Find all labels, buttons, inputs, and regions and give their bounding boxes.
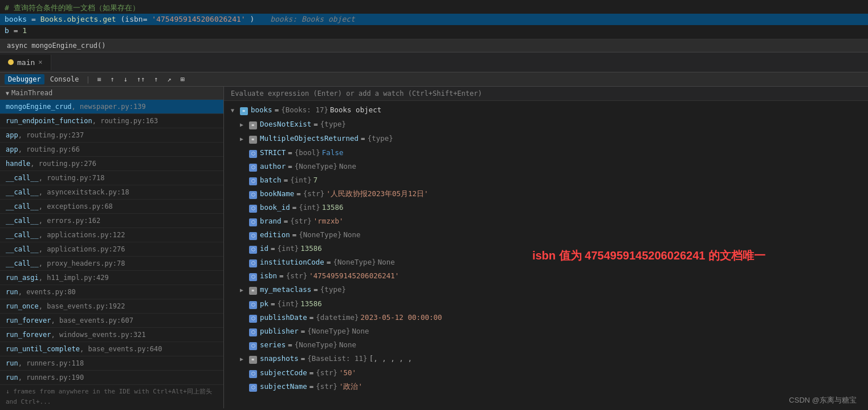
stack-func: __call__ — [6, 217, 39, 225]
stack-item[interactable]: __call__, asyncexitstack.py:18 — [0, 185, 223, 200]
var-item-row[interactable]: ⬡ publishDate = {datetime} 2023-05-12 00… — [224, 311, 868, 324]
stack-func: __call__ — [6, 174, 39, 182]
stack-item[interactable]: app, routing.py:237 — [0, 128, 223, 143]
tab-close-button[interactable]: × — [38, 58, 42, 66]
stack-file: , base_events.py:640 — [80, 345, 162, 353]
type-icon: ⬡ — [249, 246, 257, 254]
stack-item[interactable]: run_once, base_events.py:1922 — [0, 299, 223, 314]
type-icon: ⬡ — [249, 205, 257, 213]
var-root-row[interactable]: ▼ ≡ books = {Books: 17} Books object — [224, 103, 868, 117]
toolbar-btn-6[interactable]: ↗ — [164, 74, 175, 84]
stack-item[interactable]: __call__, applications.py:122 — [0, 228, 223, 242]
code-var-books: books — [5, 15, 27, 23]
stack-item[interactable]: __call__, exceptions.py:68 — [0, 200, 223, 214]
type-icon: ≡ — [249, 287, 257, 295]
stack-func: run_once — [6, 302, 39, 310]
stack-func: run_forever — [6, 316, 51, 324]
var-name: brand — [260, 216, 282, 227]
var-item-row[interactable]: ▶ ≡ snapshots = {BaseList: 11} [, , , , … — [224, 352, 868, 366]
var-value: None — [343, 229, 360, 241]
stack-item[interactable]: run, events.py:80 — [0, 285, 223, 299]
var-name: isbn — [260, 270, 277, 282]
console-tab[interactable]: Console — [47, 74, 83, 84]
toolbar: Debugger Console | ≡ ↑ ↓ ↑↑ ↑ ↗ ⊞ — [0, 72, 868, 87]
stack-item[interactable]: __call__, proxy_headers.py:78 — [0, 257, 223, 271]
stack-func: app — [6, 145, 18, 153]
var-item-row[interactable]: ⬡ brand = {str} 'rmzxb' — [224, 214, 868, 228]
var-type: {str} — [290, 216, 312, 227]
toolbar-btn-5[interactable]: ↑ — [150, 74, 161, 84]
toolbar-btn-3[interactable]: ↓ — [120, 74, 131, 84]
type-icon: ⬡ — [249, 150, 257, 158]
stack-item[interactable]: run_asgi, h11_impl.py:429 — [0, 271, 223, 285]
stack-file: , base_events.py:607 — [51, 316, 133, 324]
stack-file: , routing.py:163 — [92, 117, 158, 125]
stack-item[interactable]: __call__, applications.py:276 — [0, 242, 223, 257]
var-type: {datetime} — [316, 312, 358, 323]
watermark: CSDN @东离与糖宝 — [789, 395, 857, 405]
stack-func: run — [6, 374, 18, 381]
var-item-row[interactable]: ▶ ≡ MultipleObjectsReturned = {type} — [224, 132, 868, 146]
var-item-row[interactable]: ⬡ batch = {int} 7 — [224, 173, 868, 187]
var-item-row[interactable]: ⬡ subjectCode = {str} '50' — [224, 366, 868, 380]
var-item-row[interactable]: ▶ ≡ DoesNotExist = {type} — [224, 117, 868, 132]
main-tab[interactable]: main × — [0, 55, 51, 70]
stack-item[interactable]: run_forever, base_events.py:607 — [0, 314, 223, 328]
stack-item[interactable]: run_forever, windows_events.py:321 — [0, 328, 223, 342]
var-item-row[interactable]: ⬡ STRICT = {bool} False — [224, 146, 868, 160]
var-value: '50' — [339, 367, 356, 379]
var-item-row[interactable]: ⬡ publisher = {NoneType} None — [224, 324, 868, 338]
code-area: # 查询符合条件的唯一文档（如果存在） books = Books.object… — [0, 0, 868, 39]
variables-panel: Evaluate expression (Enter) or add a wat… — [224, 87, 868, 408]
var-name: book_id — [260, 202, 290, 213]
var-value: '政治' — [339, 381, 362, 392]
stack-item[interactable]: __call__, errors.py:162 — [0, 214, 223, 228]
stack-item[interactable]: run, runners.py:118 — [0, 356, 223, 371]
code-line-2: b = 1 — [5, 25, 863, 36]
var-type: {str} — [303, 188, 325, 200]
toolbar-btn-7[interactable]: ⊞ — [177, 74, 188, 84]
var-item-row[interactable]: ⬡ pk = {int} 13586 — [224, 297, 868, 311]
stack-file: , newspaper.py:139 — [72, 103, 146, 111]
var-value: 13586 — [322, 202, 344, 213]
var-type: {NoneType} — [299, 229, 341, 241]
var-name: subjectCode — [260, 367, 307, 379]
db-icon-root: ≡ — [240, 107, 248, 115]
stack-item[interactable]: run, runners.py:190 — [0, 371, 223, 385]
expand-icon-root: ▼ — [231, 105, 238, 116]
var-item-row[interactable]: ⬡ series = {NoneType} None — [224, 338, 868, 352]
toolbar-btn-2[interactable]: ↑ — [107, 74, 117, 84]
var-name: subjectName — [260, 381, 307, 392]
stack-item[interactable]: mongoEngine_crud, newspaper.py:139 — [0, 100, 223, 114]
var-item-row[interactable]: ⬡ bookName = {str} '人民政协报2023年05月12日' — [224, 187, 868, 201]
stack-item[interactable]: run_until_complete, base_events.py:640 — [0, 342, 223, 356]
var-item-row[interactable]: ⬡ subjectName = {str} '政治' — [224, 380, 868, 393]
var-type: {NoneType} — [295, 339, 337, 351]
var-item-row[interactable]: ⬡ author = {NoneType} None — [224, 160, 868, 173]
var-item-row[interactable]: ⬡ isbn = {str} '4754959145206026241' — [224, 269, 868, 283]
stack-file: , applications.py:276 — [39, 245, 125, 253]
debugger-tab[interactable]: Debugger — [5, 74, 44, 84]
var-item-row[interactable]: ⬡ edition = {NoneType} None — [224, 228, 868, 242]
var-value: None — [339, 339, 356, 351]
stack-item[interactable]: __call__, routing.py:718 — [0, 171, 223, 185]
var-name: publishDate — [260, 312, 307, 323]
var-name: snapshots — [260, 353, 299, 364]
stack-item[interactable]: app, routing.py:66 — [0, 143, 223, 157]
toolbar-btn-4[interactable]: ↑↑ — [133, 74, 148, 84]
stack-file: , windows_events.py:321 — [51, 331, 145, 339]
stack-item[interactable]: handle, routing.py:276 — [0, 157, 223, 171]
var-type: {int} — [278, 298, 299, 310]
var-item-row[interactable]: ▶ ≡ my_metaclass = {type} — [224, 283, 868, 297]
var-item-row[interactable]: ⬡ book_id = {int} 13586 — [224, 201, 868, 214]
var-value: 7 — [313, 174, 318, 186]
type-icon: ≡ — [249, 121, 257, 129]
var-type: {NoneType} — [307, 326, 350, 337]
stack-func: __call__ — [6, 188, 39, 196]
toolbar-btn-1[interactable]: ≡ — [93, 74, 104, 84]
type-icon: ≡ — [249, 356, 257, 364]
var-name: batch — [260, 174, 282, 186]
stack-item[interactable]: run_endpoint_function, routing.py:163 — [0, 114, 223, 128]
var-type-books: {Books: 17} — [281, 104, 328, 116]
stack-file: , runners.py:118 — [18, 359, 84, 367]
